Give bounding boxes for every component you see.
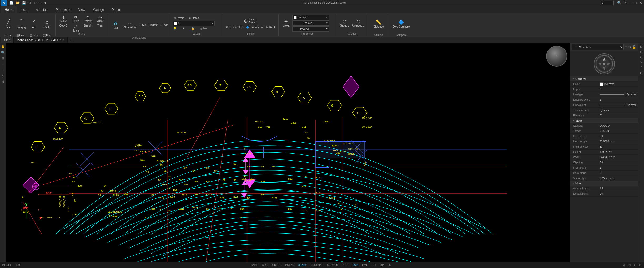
properties-eye-btn[interactable]: 👁 — [628, 45, 631, 49]
general-section-header[interactable]: General — [570, 76, 638, 81]
ducs-btn[interactable]: DUCS — [341, 263, 350, 267]
tab-home[interactable]: Home — [1, 6, 17, 13]
tab-annotate[interactable]: Annotate — [32, 6, 52, 13]
insert-block-btn[interactable]: ⊕ InsertBlock... — [242, 17, 259, 25]
leader-btn[interactable]: ⤷ Lead — [159, 23, 169, 27]
doctab-main[interactable]: Plans-Sheet-S2-05-LEVELS384 * ✕ — [14, 37, 68, 43]
layer-properties-btn[interactable]: ⊞ Layers... — [173, 16, 188, 20]
grid-btn[interactable]: GRID — [261, 263, 269, 267]
layer-dropdown[interactable]: 0 ▼ — [173, 21, 215, 26]
copy-guided-btn[interactable]: CopyG — [58, 24, 69, 33]
right-tool-4[interactable]: ✕ — [639, 60, 644, 65]
tab-manage[interactable]: Manage — [89, 6, 108, 13]
dim-style-btn[interactable]: ↕ ISO — [138, 23, 147, 27]
distance-btn[interactable]: 📏 Distance — [372, 14, 385, 33]
orbit-btn[interactable]: ↻ — [1, 73, 6, 78]
text-btn[interactable]: A Text — [110, 16, 121, 34]
layer-state-btn[interactable]: ≡ States — [188, 16, 200, 20]
mtext-btn[interactable]: T mText — [147, 23, 158, 27]
otrack-btn[interactable]: OTRACK — [326, 263, 339, 267]
rotate-btn[interactable]: ↻ Rotate — [82, 14, 94, 23]
dwg-compare-btn[interactable]: 🔷 Dwg Compare — [391, 14, 411, 33]
qat-save[interactable]: 💾 — [21, 0, 27, 6]
maximize-btn[interactable]: □ — [634, 0, 637, 6]
group-btn[interactable]: ⬡ Group... — [339, 19, 350, 28]
mirror-btn[interactable]: ⇔ Mirror — [94, 14, 106, 23]
view-section-header[interactable]: View — [570, 118, 638, 123]
lwt-btn[interactable]: LWT — [361, 263, 368, 267]
number-input[interactable] — [601, 1, 614, 5]
layer-isolate-btn[interactable]: ◎ Iso — [199, 27, 208, 30]
tpy-btn[interactable]: TPY — [370, 263, 377, 267]
right-tool-5[interactable]: ƒ — [639, 65, 644, 70]
viewcube[interactable]: ↻ — [546, 46, 567, 67]
arc-btn[interactable]: ◜ Arc — [29, 14, 39, 33]
polar-btn[interactable]: POLAR — [284, 263, 295, 267]
qat-redo[interactable]: ↪ — [38, 0, 42, 6]
dyn-btn[interactable]: DYN — [352, 263, 359, 267]
blockify-btn[interactable]: 🔷 Blockify — [245, 25, 260, 29]
create-block-btn[interactable]: ⊞ Create Block — [225, 25, 245, 29]
edit-block-btn[interactable]: ✏ Edit Block — [260, 25, 276, 29]
doctab-add-btn[interactable]: + — [68, 37, 74, 43]
view-compass[interactable]: N — [594, 53, 615, 74]
zoom-extents-btn[interactable]: ⊞ — [1, 56, 6, 61]
selection-dropdown[interactable]: No Selection — [572, 44, 624, 50]
osnap-btn[interactable]: OSNAP — [297, 263, 308, 267]
right-tool-1[interactable]: ⊞ — [639, 44, 644, 49]
settings-btn[interactable]: ⚙ — [637, 263, 642, 267]
pan-btn[interactable]: ✋ — [1, 44, 6, 49]
tab-insert[interactable]: Insert — [17, 6, 32, 13]
layer-on-btn[interactable]: 💡 — [173, 27, 181, 30]
annotation-monitor-btn[interactable]: ⊟ — [627, 263, 632, 267]
line-btn[interactable]: ╱ Line — [3, 14, 14, 33]
qat-plot[interactable]: 🖨 — [27, 0, 32, 6]
move-btn[interactable]: ✛ Move — [58, 14, 69, 23]
full-navigation-btn[interactable]: ⊕ — [1, 79, 6, 84]
qat-more[interactable]: ▼ — [43, 0, 48, 6]
doctab-start[interactable]: Start — [1, 37, 14, 43]
model-tab[interactable]: MODEL — [2, 264, 12, 266]
zoom-level-btn[interactable]: ⊕ — [622, 263, 626, 267]
qat-new[interactable]: 📄 — [8, 0, 14, 6]
properties-lock-btn[interactable]: 🔒 — [632, 45, 636, 49]
qp-btn[interactable]: QP — [379, 263, 385, 267]
dimension-btn[interactable]: ↔ Dimension — [122, 16, 137, 34]
linetype-dropdown[interactable]: ——— ByLayer ▼ — [292, 20, 329, 26]
right-tool-6[interactable]: ⊞ — [639, 70, 644, 75]
qat-undo[interactable]: ↩ — [33, 0, 37, 6]
zoom-in-btn[interactable]: + — [1, 61, 6, 67]
right-tool-3[interactable]: ⊕ — [639, 55, 644, 59]
tab-parametric[interactable]: Parametric — [52, 6, 75, 13]
ungroup-btn[interactable]: ⬡ Ungroup... — [351, 19, 366, 28]
minimize-btn[interactable]: — — [628, 0, 633, 6]
copy-btn[interactable]: ⧉ Copy — [70, 14, 81, 23]
workspace-btn[interactable]: ≡ — [633, 263, 636, 267]
stretch-btn[interactable]: Stretch — [82, 24, 94, 33]
lineweight-dropdown[interactable]: ── ByLayer ▼ — [292, 26, 329, 32]
misc-section-header[interactable]: Misc — [570, 181, 638, 186]
tab-view[interactable]: View — [75, 6, 89, 13]
snap-btn[interactable]: SNAP — [250, 263, 259, 267]
search-btn[interactable]: 🔍 — [616, 0, 622, 6]
tab-output[interactable]: Output — [108, 6, 124, 13]
doctab-close-btn[interactable]: ✕ — [62, 38, 64, 41]
ortho-btn[interactable]: ORTHO — [271, 263, 283, 267]
circle-btn[interactable]: ○ Circle — [42, 14, 52, 33]
polyline-btn[interactable]: ⌒ Polyline — [15, 14, 27, 33]
color-dropdown[interactable]: ByLayer ▼ — [292, 15, 329, 20]
quick-access-toolbar[interactable]: A 📄 📂 💾 🖨 ↩ ↪ ▼ Plans-Sheet-S2-05-LEVELS… — [0, 0, 644, 6]
trim-btn[interactable]: Trim — [94, 24, 106, 33]
qat-open[interactable]: 📂 — [15, 0, 21, 6]
close-btn[interactable]: ✕ — [638, 0, 643, 6]
layer-lock-btn[interactable]: 🔒 — [190, 27, 199, 30]
help-btn[interactable]: ? — [623, 0, 627, 6]
layer-freeze-btn[interactable]: ❄ — [182, 27, 190, 30]
zoom-out-btn[interactable]: - — [1, 67, 6, 73]
3dosnap-btn[interactable]: 3DOSNAP — [310, 263, 324, 267]
sc-btn[interactable]: SC — [386, 263, 392, 267]
zoom-window-btn[interactable]: 🔍 — [1, 50, 6, 55]
canvas-area[interactable]: 5.6 6 6.5 7 7.5 8 8.5 9 9.5 5 — [6, 43, 570, 262]
right-tool-2[interactable]: ⊟ — [639, 49, 644, 54]
properties-filter-btn[interactable]: ⊟ — [625, 45, 627, 49]
